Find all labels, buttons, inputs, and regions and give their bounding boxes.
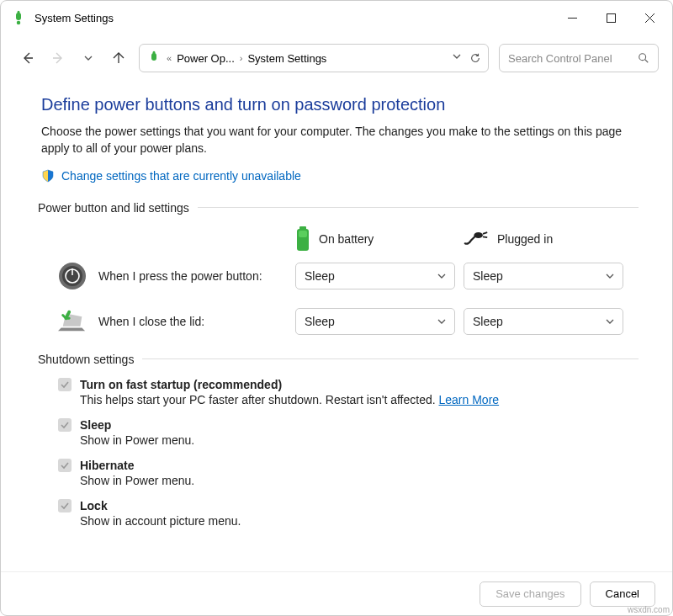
checkbox-hibernate[interactable] xyxy=(58,459,72,472)
save-changes-button[interactable]: Save changes xyxy=(480,581,580,607)
cancel-button[interactable]: Cancel xyxy=(590,581,655,607)
footer: Save changes Cancel xyxy=(1,571,672,615)
shield-icon xyxy=(41,169,55,183)
change-settings-link[interactable]: Change settings that are currently unava… xyxy=(41,169,639,183)
chk-sleep: Sleep Show in Power menu. xyxy=(41,418,639,447)
title-bar: System Settings xyxy=(1,1,672,35)
svg-line-18 xyxy=(483,232,487,234)
learn-more-link[interactable]: Learn More xyxy=(439,393,500,406)
select-lid-battery[interactable]: Sleep xyxy=(295,308,455,335)
col-battery: On battery xyxy=(295,226,464,252)
page-subtitle: Choose the power settings that you want … xyxy=(41,123,639,157)
section-shutdown-header: Shutdown settings xyxy=(38,353,639,366)
app-icon xyxy=(11,10,26,25)
checkbox-sleep[interactable] xyxy=(58,418,72,432)
section-power-header: Power button and lid settings xyxy=(38,201,639,215)
chk-hibernate: Hibernate Show in Power menu. xyxy=(41,459,639,487)
svg-line-19 xyxy=(483,236,487,237)
chk-fast-startup: Turn on fast startup (recommended) This … xyxy=(41,378,639,406)
svg-rect-16 xyxy=(299,231,307,237)
back-button[interactable] xyxy=(18,48,38,68)
close-button[interactable] xyxy=(630,1,669,35)
checkbox-lock[interactable] xyxy=(58,499,72,512)
breadcrumb-seg-1[interactable]: Power Op... xyxy=(177,52,235,65)
svg-rect-4 xyxy=(607,13,615,22)
laptop-lid-icon xyxy=(58,310,87,333)
breadcrumb-chevron: › xyxy=(240,53,243,63)
chk-lock-desc: Show in account picture menu. xyxy=(80,514,639,528)
history-dropdown[interactable] xyxy=(78,48,98,68)
column-headers: On battery Plugged in xyxy=(41,226,639,252)
minimize-button[interactable] xyxy=(553,1,591,35)
search-icon xyxy=(638,52,649,64)
breadcrumb-separator: « xyxy=(167,53,172,63)
page-heading: Define power buttons and turn on passwor… xyxy=(41,95,639,114)
nav-bar: « Power Op... › System Settings Search C… xyxy=(1,35,672,82)
up-button[interactable] xyxy=(109,48,129,68)
plug-icon xyxy=(464,231,489,247)
svg-point-2 xyxy=(17,21,21,25)
power-options-icon xyxy=(146,50,162,66)
svg-point-17 xyxy=(474,232,483,238)
svg-rect-1 xyxy=(18,11,20,14)
row-close-lid-label: When I close the lid: xyxy=(98,315,295,328)
row-power-button-label: When I press the power button: xyxy=(98,269,295,283)
row-close-lid: When I close the lid: Sleep Sleep xyxy=(41,307,639,336)
checkbox-fast-startup[interactable] xyxy=(58,378,72,391)
maximize-button[interactable] xyxy=(591,1,630,35)
chk-fast-startup-desc: This helps start your PC faster after sh… xyxy=(80,393,639,406)
chk-lock: Lock Show in account picture menu. xyxy=(41,499,639,528)
power-button-icon xyxy=(58,262,87,290)
refresh-icon[interactable] xyxy=(469,52,481,64)
chevron-down-icon[interactable] xyxy=(453,52,461,61)
content-area: Define power buttons and turn on passwor… xyxy=(1,82,672,571)
chk-fast-startup-label: Turn on fast startup (recommended) xyxy=(80,378,282,391)
row-power-button: When I press the power button: Sleep Sle… xyxy=(41,262,639,290)
svg-point-12 xyxy=(639,54,646,61)
chk-lock-label: Lock xyxy=(80,499,108,512)
battery-icon xyxy=(295,226,310,252)
select-power-battery[interactable]: Sleep xyxy=(295,263,455,289)
svg-line-13 xyxy=(645,60,649,63)
chk-hibernate-desc: Show in Power menu. xyxy=(80,474,639,487)
window-title: System Settings xyxy=(34,12,553,24)
col-plugged: Plugged in xyxy=(464,231,632,247)
breadcrumb[interactable]: « Power Op... › System Settings xyxy=(139,44,489,72)
chk-sleep-desc: Show in Power menu. xyxy=(80,433,639,447)
watermark: wsxdn.com xyxy=(628,605,670,614)
select-power-plugged[interactable]: Sleep xyxy=(464,263,623,289)
breadcrumb-seg-2[interactable]: System Settings xyxy=(247,52,326,65)
search-input[interactable]: Search Control Panel xyxy=(499,44,659,72)
forward-button[interactable] xyxy=(48,48,68,68)
search-placeholder: Search Control Panel xyxy=(508,52,638,65)
change-settings-link-text: Change settings that are currently unava… xyxy=(61,169,301,183)
chk-sleep-label: Sleep xyxy=(80,418,111,432)
select-lid-plugged[interactable]: Sleep xyxy=(464,308,623,335)
svg-rect-11 xyxy=(153,51,156,55)
chk-hibernate-label: Hibernate xyxy=(80,459,135,472)
